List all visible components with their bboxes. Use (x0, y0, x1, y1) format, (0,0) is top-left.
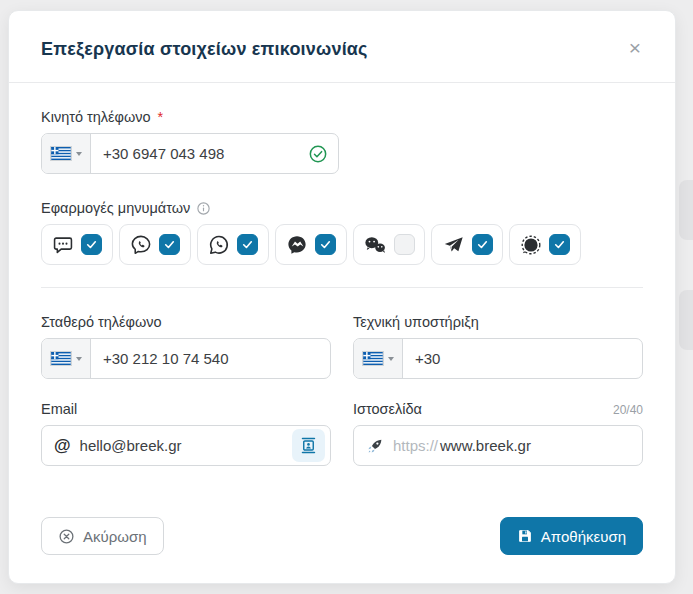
messaging-apps-row (41, 224, 643, 265)
chevron-down-icon (76, 357, 82, 361)
mobile-phone-input[interactable] (103, 145, 308, 162)
contact-card-button[interactable] (292, 429, 325, 462)
url-protocol-prefix: https:// (393, 437, 438, 454)
landline-country-select[interactable] (42, 339, 91, 378)
greece-flag-icon (50, 351, 72, 366)
landline-label: Σταθερό τηλέφωνο (41, 314, 331, 330)
rocket-icon (366, 437, 384, 455)
email-input[interactable] (80, 437, 283, 454)
modal-footer: Ακύρωση Αποθήκευση (9, 517, 675, 583)
support-input[interactable] (415, 350, 632, 367)
website-input-group[interactable]: https:// www.breek.gr (353, 425, 643, 466)
support-input-group (353, 338, 643, 379)
app-chip-whatsapp (197, 224, 269, 265)
circle-x-icon (58, 528, 75, 545)
telegram-checkbox[interactable] (472, 234, 493, 255)
backdrop-shape (679, 290, 693, 350)
app-chip-messenger (275, 224, 347, 265)
landline-input[interactable] (103, 350, 320, 367)
chevron-down-icon (76, 152, 82, 156)
modal-header: Επεξεργασία στοιχείων επικοινωνίας × (9, 11, 675, 83)
cancel-button[interactable]: Ακύρωση (41, 517, 164, 555)
whatsapp-checkbox[interactable] (237, 234, 258, 255)
landline-input-group (41, 338, 331, 379)
app-chip-signal (509, 224, 581, 265)
support-label: Τεχνική υποστήριξη (353, 314, 643, 330)
char-counter: 20/40 (613, 403, 643, 417)
app-chip-sms (41, 224, 113, 265)
website-value[interactable]: www.breek.gr (440, 437, 531, 454)
viber-checkbox[interactable] (159, 234, 180, 255)
mobile-phone-label-text: Κινητό τηλέφωνο (41, 109, 151, 125)
mobile-country-select[interactable] (42, 134, 91, 173)
email-label: Email (41, 401, 331, 417)
messaging-apps-label: Εφαρμογές μηνυμάτων (41, 200, 643, 216)
info-icon[interactable] (196, 201, 211, 216)
save-button[interactable]: Αποθήκευση (500, 517, 643, 555)
support-country-select[interactable] (354, 339, 403, 378)
app-chip-viber (119, 224, 191, 265)
sms-checkbox[interactable] (81, 234, 102, 255)
save-floppy-icon (517, 528, 533, 544)
cancel-button-label: Ακύρωση (83, 528, 147, 545)
mobile-phone-input-group (41, 133, 339, 174)
wechat-icon (363, 234, 387, 256)
at-icon: @ (54, 436, 71, 456)
edit-contact-modal: Επεξεργασία στοιχείων επικοινωνίας × Κιν… (8, 10, 676, 584)
greece-flag-icon (362, 351, 384, 366)
section-divider (41, 287, 643, 288)
modal-title: Επεξεργασία στοιχείων επικοινωνίας (41, 39, 368, 60)
mobile-phone-label: Κινητό τηλέφωνο* (41, 109, 643, 125)
messaging-apps-label-text: Εφαρμογές μηνυμάτων (41, 200, 190, 216)
messenger-checkbox[interactable] (315, 234, 336, 255)
telegram-icon (442, 234, 465, 256)
signal-checkbox[interactable] (549, 234, 570, 255)
close-icon[interactable]: × (627, 39, 643, 57)
save-button-label: Αποθήκευση (541, 528, 626, 545)
modal-body: Κινητό τηλέφωνο* Εφαρμογές μηνυμάτων (9, 83, 675, 517)
chevron-down-icon (388, 357, 394, 361)
email-input-group: @ (41, 425, 331, 466)
valid-check-icon (308, 144, 328, 164)
website-label: Ιστοσελίδα (353, 401, 422, 417)
app-chip-telegram (431, 224, 503, 265)
greece-flag-icon (50, 146, 72, 161)
wechat-checkbox[interactable] (394, 234, 415, 255)
required-asterisk: * (158, 109, 164, 125)
contact-card-icon (299, 436, 318, 455)
backdrop-shape (679, 180, 693, 240)
app-chip-wechat (353, 224, 425, 265)
whatsapp-icon (208, 234, 230, 256)
viber-icon (130, 234, 152, 256)
sms-icon (52, 234, 74, 256)
messenger-icon (286, 234, 308, 256)
signal-icon (520, 234, 542, 256)
